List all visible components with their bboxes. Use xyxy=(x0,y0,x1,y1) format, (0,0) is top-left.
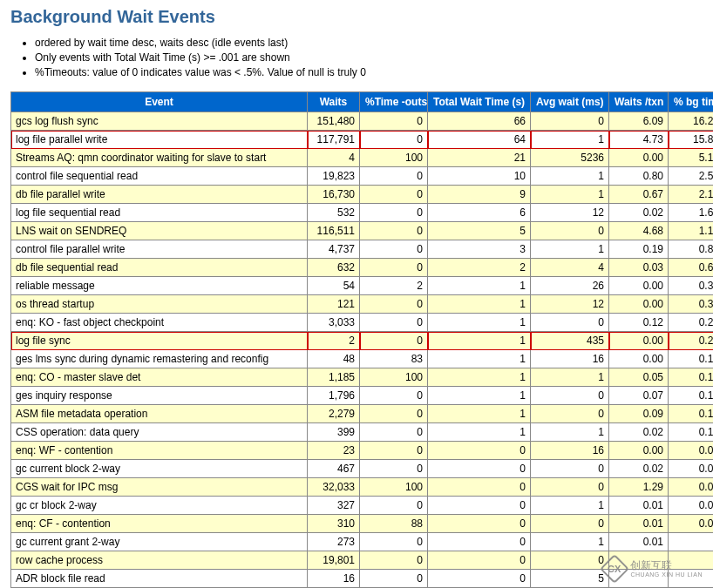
cell-waits: 4,737 xyxy=(308,240,360,259)
note-item: Only events with Total Wait Time (s) >= … xyxy=(35,51,703,65)
cell-bg: 0.35 xyxy=(669,295,714,314)
table-row: ASM file metadata operation2,2790100.090… xyxy=(11,405,714,423)
cell-total: 1 xyxy=(428,368,531,387)
cell-timeouts: 0 xyxy=(360,387,428,405)
col-header-avg: Avg wait (ms) xyxy=(531,92,609,112)
cell-timeouts: 0 xyxy=(360,167,428,186)
cell-avg: 0 xyxy=(531,515,609,533)
table-row: control file sequential read19,82301010.… xyxy=(11,167,714,186)
cell-txn: 0.02 xyxy=(609,423,669,442)
cell-avg: 16 xyxy=(531,350,609,368)
cell-timeouts: 88 xyxy=(360,515,428,533)
cell-txn: 0.01 xyxy=(609,497,669,515)
cell-waits: 48 xyxy=(308,350,360,368)
cell-timeouts: 0 xyxy=(360,204,428,222)
cell-bg xyxy=(669,533,714,551)
cell-waits: 327 xyxy=(308,497,360,515)
cell-timeouts: 83 xyxy=(360,350,428,368)
cell-avg: 26 xyxy=(531,277,609,295)
table-row: log file parallel write117,79106414.7315… xyxy=(11,131,714,149)
table-header-row: Event Waits %Time -outs Total Wait Time … xyxy=(11,92,714,112)
cell-txn: 0.00 xyxy=(609,332,669,350)
cell-bg: 2.16 xyxy=(669,186,714,204)
cell-timeouts: 0 xyxy=(360,186,428,204)
cell-waits: 121 xyxy=(308,295,360,314)
cell-txn: 0.01 xyxy=(609,515,669,533)
cell-bg: 0.09 xyxy=(669,442,714,460)
cell-bg: 5.18 xyxy=(669,149,714,167)
cell-timeouts: 2 xyxy=(360,277,428,295)
cell-total: 0 xyxy=(428,497,531,515)
cell-txn: 6.09 xyxy=(609,112,669,131)
cell-txn: 0.19 xyxy=(609,240,669,259)
cell-bg: 1.60 xyxy=(669,204,714,222)
cell-total: 1 xyxy=(428,387,531,405)
cell-avg: 0 xyxy=(531,405,609,423)
cell-bg: 0.04 xyxy=(669,515,714,533)
cell-bg: 0.60 xyxy=(669,259,714,277)
cell-timeouts: 0 xyxy=(360,332,428,350)
cell-avg: 1 xyxy=(531,240,609,259)
cell-txn: 0.05 xyxy=(609,368,669,387)
note-item: %Timeouts: value of 0 indicates value wa… xyxy=(35,65,703,80)
cell-waits: 4 xyxy=(308,149,360,167)
cell-avg: 0 xyxy=(531,478,609,497)
cell-timeouts: 0 xyxy=(360,405,428,423)
cell-avg: 0 xyxy=(531,314,609,332)
cell-event: CSS operation: data query xyxy=(11,423,308,442)
cell-bg xyxy=(669,551,714,570)
cell-event: db file sequential read xyxy=(11,259,308,277)
cell-bg: 0.19 xyxy=(669,350,714,368)
cell-avg: 1 xyxy=(531,167,609,186)
cell-event: control file parallel write xyxy=(11,240,308,259)
cell-txn: 0.02 xyxy=(609,460,669,478)
note-item: ordered by wait time desc, waits desc (i… xyxy=(35,36,703,51)
col-header-total: Total Wait Time (s) xyxy=(428,92,531,112)
cell-avg: 4 xyxy=(531,259,609,277)
cell-waits: 19,823 xyxy=(308,167,360,186)
cell-avg: 0 xyxy=(531,387,609,405)
cell-avg: 0 xyxy=(531,112,609,131)
cell-txn xyxy=(609,570,669,588)
cell-waits: 1,796 xyxy=(308,387,360,405)
cell-avg: 16 xyxy=(531,442,609,460)
cell-bg xyxy=(669,570,714,588)
cell-event: ASM file metadata operation xyxy=(11,405,308,423)
table-row: CSS operation: data query3990110.020.12 xyxy=(11,423,714,442)
cell-total: 64 xyxy=(428,131,531,149)
cell-avg: 5236 xyxy=(531,149,609,167)
cell-event: control file sequential read xyxy=(11,167,308,186)
notes-list: ordered by wait time desc, waits desc (i… xyxy=(10,36,703,79)
cell-avg: 1 xyxy=(531,533,609,551)
cell-txn: 0.01 xyxy=(609,533,669,551)
table-body: gcs log flush sync151,48006606.0916.26lo… xyxy=(11,112,714,588)
cell-event: enq: CF - contention xyxy=(11,515,308,533)
cell-bg: 0.04 xyxy=(669,478,714,497)
cell-bg: 0.86 xyxy=(669,240,714,259)
cell-txn: 0.07 xyxy=(609,387,669,405)
cell-avg: 1 xyxy=(531,131,609,149)
cell-total: 1 xyxy=(428,405,531,423)
cell-txn: 0.02 xyxy=(609,204,669,222)
cell-waits: 2,279 xyxy=(308,405,360,423)
cell-bg: 0.25 xyxy=(669,314,714,332)
table-row: gc current grant 2-way2730010.01 xyxy=(11,533,714,551)
cell-txn: 1.29 xyxy=(609,478,669,497)
cell-txn xyxy=(609,551,669,570)
cell-timeouts: 0 xyxy=(360,112,428,131)
cell-total: 2 xyxy=(428,259,531,277)
cell-total: 1 xyxy=(428,350,531,368)
cell-timeouts: 0 xyxy=(360,259,428,277)
cell-timeouts: 0 xyxy=(360,131,428,149)
cell-total: 1 xyxy=(428,423,531,442)
cell-bg: 1.16 xyxy=(669,222,714,240)
cell-waits: 2 xyxy=(308,332,360,350)
cell-waits: 16 xyxy=(308,570,360,588)
wait-events-table: Event Waits %Time -outs Total Wait Time … xyxy=(10,91,713,588)
cell-timeouts: 0 xyxy=(360,497,428,515)
cell-waits: 3,033 xyxy=(308,314,360,332)
cell-timeouts: 0 xyxy=(360,460,428,478)
cell-event: os thread startup xyxy=(11,295,308,314)
page-title: Background Wait Events xyxy=(10,7,703,27)
cell-total: 0 xyxy=(428,570,531,588)
